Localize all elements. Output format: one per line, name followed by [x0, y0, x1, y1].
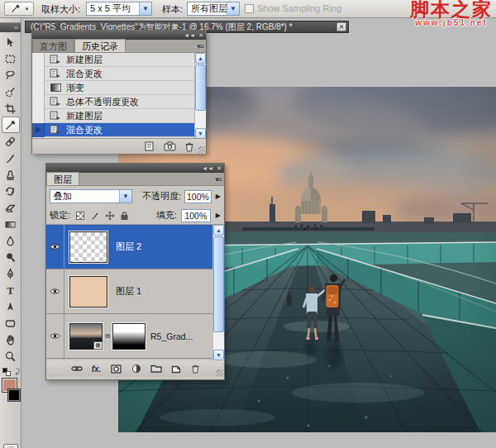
brush-tool[interactable] — [2, 150, 20, 166]
zoom-tool[interactable] — [2, 348, 20, 365]
tab-history[interactable]: 历史记录 — [74, 39, 126, 52]
history-list: 新建图层 混合更改 渐变 总体不透明度更改 新建图层 — [32, 53, 206, 139]
delete-layer-icon[interactable] — [188, 364, 203, 374]
history-brush-tool[interactable] — [2, 183, 20, 199]
type-tool[interactable]: T — [2, 282, 20, 298]
photoshop-window: ▾ 取样大小: 5 x 5 平均 ▼ 样本: 所有图层 ▼ Show Sampl… — [0, 0, 496, 448]
clone-stamp-tool[interactable] — [2, 166, 20, 183]
layer-thumbnail[interactable] — [69, 231, 107, 263]
current-state-icon — [36, 126, 41, 133]
shape-tool[interactable] — [2, 315, 20, 331]
layers-tab-row: 图层 ▾≡ — [46, 173, 224, 186]
collapse-panel-icon[interactable]: ◄◄ — [202, 165, 213, 172]
panel-menu-icon[interactable]: ▾≡ — [215, 175, 222, 183]
move-tool[interactable] — [2, 34, 20, 50]
lock-image-icon[interactable] — [89, 210, 100, 221]
swap-colors-icon[interactable]: ⤸ — [16, 367, 20, 376]
sample-select[interactable]: 所有图层 ▼ — [187, 2, 240, 16]
rectangular-marquee-tool[interactable] — [2, 50, 20, 67]
close-document-icon[interactable]: ✕ — [336, 22, 346, 31]
new-snapshot-icon[interactable] — [164, 141, 177, 151]
layer-state-icon — [50, 55, 61, 64]
color-wells: ⤸ — [0, 368, 21, 406]
fill-value[interactable]: 100% — [181, 209, 211, 222]
visibility-toggle[interactable] — [46, 225, 64, 269]
new-document-from-state-icon[interactable] — [144, 141, 156, 151]
tab-layers[interactable]: 图层 — [46, 172, 79, 185]
scroll-down-icon[interactable]: ▼ — [195, 128, 206, 139]
history-entry[interactable]: 渐变 — [32, 81, 196, 95]
quick-selection-tool[interactable] — [2, 83, 20, 100]
smart-object-thumbnail[interactable]: ▦ — [69, 323, 103, 350]
visibility-toggle[interactable] — [46, 269, 64, 314]
tab-histogram[interactable]: 直方图 — [32, 39, 74, 52]
lasso-tool[interactable] — [2, 67, 20, 83]
layer-row[interactable]: 图层 1 — [46, 269, 214, 314]
scroll-down-icon[interactable]: ▼ — [213, 350, 224, 360]
close-panel-icon[interactable]: ✕ — [198, 32, 203, 39]
panel-menu-icon[interactable]: ▾≡ — [197, 42, 203, 50]
crop-tool[interactable] — [2, 100, 20, 117]
layer-style-icon[interactable]: fx. — [89, 365, 103, 374]
layers-scrollbar[interactable]: ▲ ▼ — [212, 225, 224, 360]
scrollbar-thumb[interactable] — [195, 64, 206, 111]
scrollbar-thumb[interactable] — [213, 236, 224, 332]
eraser-tool[interactable] — [2, 199, 20, 216]
history-source-cell[interactable] — [32, 95, 45, 109]
history-entry-selected[interactable]: 混合更改 — [32, 123, 196, 137]
opacity-slider-icon[interactable]: ▶ — [216, 193, 221, 200]
history-entry[interactable]: 总体不透明度更改 — [32, 95, 196, 109]
link-layers-icon[interactable] — [69, 365, 83, 372]
history-source-cell[interactable] — [32, 53, 45, 67]
eye-icon — [50, 243, 60, 250]
close-panel-icon[interactable]: ✕ — [217, 165, 222, 172]
lock-position-icon[interactable] — [104, 210, 115, 221]
blur-tool[interactable] — [2, 232, 20, 249]
fill-slider-icon[interactable]: ▶ — [216, 212, 221, 219]
history-entry[interactable]: 新建图层 — [32, 53, 196, 67]
history-source-cell[interactable] — [32, 67, 45, 81]
history-source-cell[interactable] — [32, 123, 45, 137]
tool-preset-picker[interactable]: ▾ — [4, 2, 34, 16]
lock-all-icon[interactable] — [119, 210, 130, 221]
history-source-cell[interactable] — [32, 109, 45, 123]
layer-state-icon — [50, 125, 61, 135]
layer-mask-thumbnail[interactable] — [112, 323, 145, 350]
scroll-up-icon[interactable]: ▲ — [195, 53, 206, 64]
layer-thumbnail[interactable] — [69, 276, 107, 307]
opacity-value[interactable]: 100% — [184, 190, 212, 203]
quick-mask-button[interactable] — [3, 444, 18, 448]
scroll-up-icon[interactable]: ▲ — [213, 225, 224, 236]
eyedropper-icon — [10, 3, 21, 14]
resize-grip[interactable] — [198, 146, 205, 153]
history-scrollbar[interactable]: ▲ ▼ — [194, 53, 206, 139]
path-selection-tool[interactable] — [2, 298, 20, 315]
layer-row[interactable]: ▦ ⧉ R5_Grad... — [46, 314, 214, 359]
hand-tool[interactable] — [2, 331, 20, 348]
toolbox-collapse-button[interactable]: ›› — [0, 22, 21, 32]
collapse-panel-icon[interactable]: ◄◄ — [184, 32, 195, 39]
blend-mode-select[interactable]: 叠加 ▼ — [50, 189, 132, 203]
sample-size-select[interactable]: 5 x 5 平均 ▼ — [86, 2, 152, 16]
delete-icon[interactable] — [184, 141, 194, 152]
history-entry[interactable]: 混合更改 — [32, 67, 196, 81]
dodge-tool[interactable] — [2, 249, 20, 265]
visibility-toggle[interactable] — [46, 314, 64, 359]
default-colors-icon[interactable] — [2, 368, 11, 376]
new-group-icon[interactable] — [149, 365, 163, 373]
adjustment-layer-icon[interactable] — [129, 364, 143, 374]
background-color-swatch[interactable] — [7, 388, 21, 402]
resize-grip[interactable] — [217, 369, 223, 376]
new-layer-icon[interactable] — [169, 364, 183, 374]
history-entry[interactable]: 新建图层 — [32, 109, 196, 123]
eyedropper-tool[interactable] — [2, 117, 20, 133]
lock-transparency-icon[interactable] — [74, 210, 85, 221]
healing-brush-tool[interactable] — [2, 133, 20, 150]
pen-tool[interactable] — [2, 265, 20, 282]
layer-row-selected[interactable]: 图层 2 — [46, 225, 214, 269]
show-sampling-ring-checkbox[interactable]: Show Sampling Ring — [245, 3, 341, 13]
history-source-cell[interactable] — [32, 81, 45, 95]
gradient-tool[interactable] — [2, 216, 20, 232]
add-mask-icon[interactable] — [109, 365, 123, 374]
mask-link-icon[interactable]: ⧉ — [103, 332, 112, 341]
